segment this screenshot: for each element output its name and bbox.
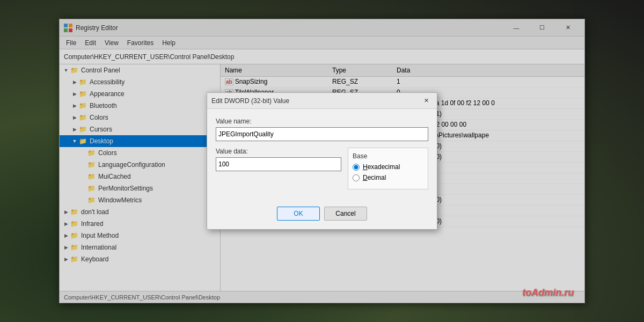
registry-window: Registry Editor — ☐ ✕ File Edit View Fav…: [59, 19, 585, 303]
dialog-buttons: OK Cancel: [207, 202, 437, 229]
cancel-button[interactable]: Cancel: [324, 207, 367, 221]
dialog-bottom-row: Value data: Base Hexadecimal Decimal: [216, 148, 428, 189]
ok-button[interactable]: OK: [277, 207, 320, 221]
value-name-label: Value name:: [216, 118, 428, 125]
radio-decimal[interactable]: Decimal: [353, 174, 423, 181]
dialog-title: Edit DWORD (32-bit) Value: [211, 97, 420, 105]
radio-hexadecimal[interactable]: Hexadecimal: [353, 163, 423, 171]
dialog-body: Value name: Value data: Base Hexadecimal: [207, 109, 437, 202]
radio-dec-input[interactable]: [353, 174, 360, 181]
modal-overlay: Edit DWORD (32-bit) Value ✕ Value name: …: [60, 19, 584, 303]
value-data-section: Value data:: [216, 148, 341, 189]
radio-hex-input[interactable]: [353, 164, 360, 171]
dialog-close-button[interactable]: ✕: [420, 96, 433, 106]
edit-dword-dialog: Edit DWORD (32-bit) Value ✕ Value name: …: [207, 92, 437, 230]
watermark: toAdmin.ru: [522, 287, 574, 298]
radio-hex-label: Hexadecimal: [363, 163, 400, 171]
value-data-label: Value data:: [216, 148, 341, 155]
value-data-input[interactable]: [216, 157, 341, 171]
base-section: Base Hexadecimal Decimal: [348, 148, 428, 189]
value-name-input[interactable]: [216, 127, 428, 141]
radio-dec-label: Decimal: [363, 174, 386, 181]
dialog-title-bar: Edit DWORD (32-bit) Value ✕: [207, 93, 437, 109]
base-title: Base: [353, 152, 423, 160]
